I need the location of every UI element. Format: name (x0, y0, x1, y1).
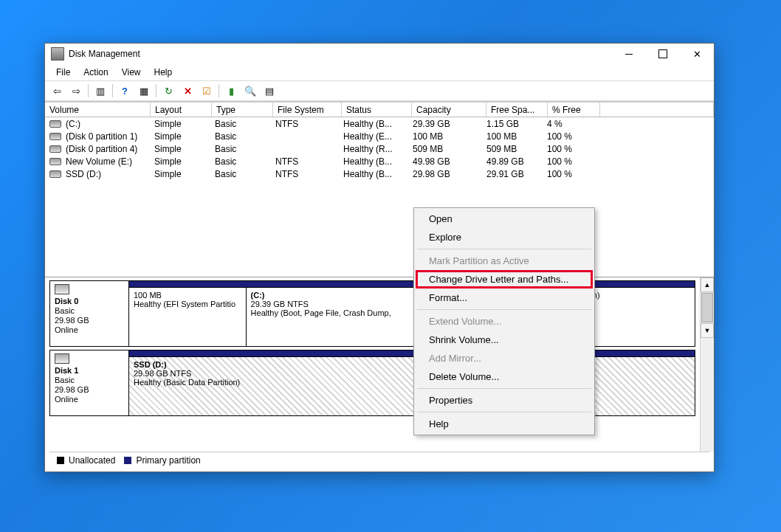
menu-action[interactable]: Action (77, 66, 114, 79)
menu-help[interactable]: Help (148, 66, 179, 79)
menu-view[interactable]: View (115, 66, 148, 79)
volume-list-pane: Volume Layout Type File System Status Ca… (45, 101, 714, 277)
col-filesystem[interactable]: File System (273, 102, 342, 117)
scroll-up-icon[interactable]: ▲ (701, 277, 714, 292)
settings-icon[interactable]: ▦ (135, 82, 153, 100)
toolbar-separator (88, 84, 89, 97)
volume-capacity: 100 MB (408, 131, 482, 142)
col-pad (600, 102, 714, 117)
ctx-separator (417, 309, 591, 310)
ctx-help[interactable]: Help (416, 415, 593, 433)
legend-bar: Unallocated Primary partition (49, 452, 709, 469)
volume-row[interactable]: (Disk 0 partition 4)SimpleBasicHealthy (… (45, 142, 714, 155)
volume-row[interactable]: (Disk 0 partition 1)SimpleBasicHealthy (… (45, 130, 714, 142)
partition[interactable]: 100 MBHealthy (EFI System Partitio (129, 288, 246, 346)
close-button[interactable] (680, 44, 714, 64)
show-hide-console-tree-icon[interactable]: ▥ (92, 82, 109, 100)
ctx-format[interactable]: Format... (416, 289, 593, 307)
volume-pctfree: 100 % (543, 169, 594, 179)
toolbar-separator (156, 84, 156, 97)
partition-header-bar (129, 281, 695, 288)
disk-icon (49, 120, 61, 128)
volume-status: Healthy (B... (339, 119, 408, 129)
refresh-icon[interactable]: ↻ (159, 82, 177, 100)
ctx-separator (417, 388, 591, 389)
volume-free: 49.89 GB (482, 156, 543, 167)
ctx-properties[interactable]: Properties (416, 391, 593, 410)
volume-row[interactable]: (C:)SimpleBasicNTFSHealthy (B...29.39 GB… (45, 117, 714, 130)
volume-pctfree: 100 % (543, 131, 594, 142)
col-layout[interactable]: Layout (151, 102, 212, 117)
titlebar: Disk Management (45, 44, 714, 64)
disk-icon (49, 145, 61, 153)
volume-free: 509 MB (482, 144, 543, 154)
disk-partitions: SSD (D:)29.98 GB NTFSHealthy (Basic Data… (129, 350, 695, 415)
partition[interactable]: SSD (D:)29.98 GB NTFSHealthy (Basic Data… (129, 357, 695, 415)
ctx-separator (417, 412, 591, 412)
ctx-delete-volume[interactable]: Delete Volume... (416, 367, 593, 386)
more-actions-icon[interactable]: ▤ (261, 82, 278, 100)
disk-row[interactable]: Disk 0Basic29.98 GBOnline100 MBHealthy (… (49, 280, 695, 347)
maximize-button[interactable] (646, 44, 680, 64)
disk-graphic-body[interactable]: Disk 0Basic29.98 GBOnline100 MBHealthy (… (45, 277, 700, 452)
volume-layout: Simple (150, 169, 210, 179)
window-controls (612, 44, 714, 64)
app-icon (51, 47, 64, 61)
disk-icon (55, 284, 69, 294)
volume-capacity: 29.98 GB (408, 169, 482, 179)
col-pctfree[interactable]: % Free (548, 102, 600, 117)
ctx-mark-active: Mark Partition as Active (416, 252, 593, 270)
back-icon[interactable]: ⇦ (48, 82, 66, 100)
scroll-down-icon[interactable]: ▼ (701, 323, 714, 338)
window-title: Disk Management (69, 49, 612, 59)
menu-file[interactable]: File (49, 66, 77, 79)
volume-name: New Volume (E:) (66, 156, 132, 167)
volume-fs: NTFS (271, 169, 339, 179)
legend-swatch-unallocated (57, 457, 64, 464)
partition-title: SSD (D:) (134, 360, 690, 369)
volume-capacity: 29.39 GB (408, 119, 482, 129)
volume-list-body[interactable]: (C:)SimpleBasicNTFSHealthy (B...29.39 GB… (45, 117, 714, 277)
disk-size: 29.98 GB (55, 385, 124, 394)
partition-size-fs: 100 MB (134, 291, 241, 300)
ctx-shrink-volume[interactable]: Shrink Volume... (416, 331, 593, 349)
disk-row[interactable]: Disk 1Basic29.98 GBOnlineSSD (D:)29.98 G… (49, 350, 695, 416)
forward-icon[interactable]: ⇨ (67, 82, 85, 100)
volume-fs: NTFS (271, 119, 339, 129)
disk-title: Disk 0 (55, 297, 124, 305)
delete-icon[interactable]: ✕ (179, 82, 196, 100)
partition-header-bar (129, 350, 695, 357)
ctx-change-drive-letter[interactable]: Change Drive Letter and Paths... (416, 270, 593, 289)
col-freespace[interactable]: Free Spa... (486, 102, 548, 117)
scroll-thumb[interactable] (701, 293, 713, 322)
properties-icon[interactable]: 🔍 (241, 82, 259, 100)
ctx-open[interactable]: Open (416, 210, 593, 228)
disk-icon (49, 170, 61, 178)
volume-row[interactable]: New Volume (E:)SimpleBasicNTFSHealthy (B… (45, 155, 714, 167)
vertical-scrollbar[interactable]: ▲ ▼ (700, 277, 714, 452)
volume-name: SSD (D:) (66, 169, 101, 179)
col-capacity[interactable]: Capacity (412, 102, 486, 117)
legend-swatch-primary (124, 457, 131, 464)
volume-type: Basic (210, 144, 271, 154)
volume-capacity: 49.98 GB (408, 156, 482, 167)
col-volume[interactable]: Volume (45, 102, 151, 117)
disk-management-window: Disk Management File Action View Help ⇦ … (44, 43, 715, 472)
ctx-explore[interactable]: Explore (416, 228, 593, 246)
volume-free: 1.15 GB (482, 119, 543, 129)
col-status[interactable]: Status (342, 102, 412, 117)
volume-row[interactable]: SSD (D:)SimpleBasicNTFSHealthy (B...29.9… (45, 167, 714, 180)
check-icon[interactable]: ☑ (198, 82, 216, 100)
disk-state: Online (55, 395, 124, 404)
disk-icon (49, 133, 61, 140)
volume-pctfree: 100 % (543, 144, 594, 154)
rescan-icon[interactable]: ▮ (222, 82, 240, 100)
volume-type: Basic (210, 169, 271, 179)
help-icon[interactable]: ? (116, 82, 134, 100)
disk-label: Disk 1Basic29.98 GBOnline (50, 350, 129, 415)
disk-type: Basic (55, 306, 124, 315)
minimize-button[interactable] (612, 44, 646, 64)
col-type[interactable]: Type (212, 102, 273, 117)
disk-graphic-pane: Disk 0Basic29.98 GBOnline100 MBHealthy (… (45, 277, 714, 452)
volume-status: Healthy (B... (339, 169, 408, 179)
